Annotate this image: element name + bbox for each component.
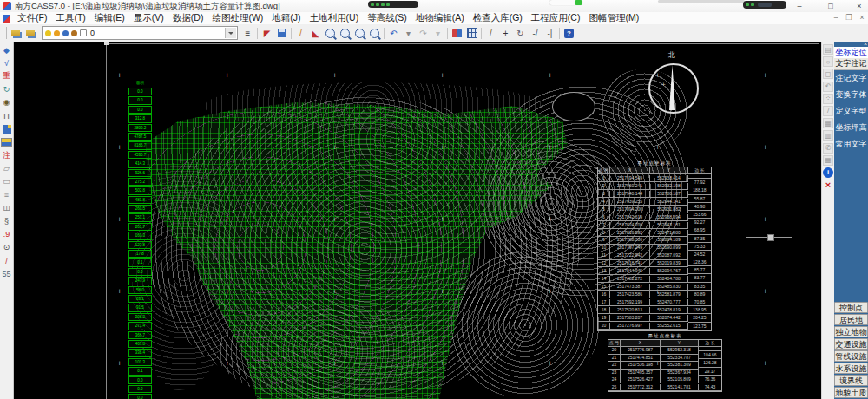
screen-menu-item-2[interactable]: 定义字型 xyxy=(834,103,868,120)
calculator-grid-icon[interactable] xyxy=(464,27,479,40)
category-button-2[interactable]: 独立地物 xyxy=(834,326,868,337)
screen-menu-item-0[interactable]: 注记文字 xyxy=(834,70,868,87)
rotate-icon[interactable]: ↻ xyxy=(513,27,528,40)
pencil-icon[interactable]: / xyxy=(293,27,308,40)
undo-tool-icon[interactable]: ↶ xyxy=(823,82,833,92)
drawing-canvas[interactable]: +++++++++++++++++++++++++++++++++++ 面积 0… xyxy=(14,42,821,399)
category-button-0[interactable]: 控制点 xyxy=(834,302,868,313)
point-9-icon[interactable]: .9 xyxy=(1,228,13,241)
phone-tool-icon[interactable]: ✆ xyxy=(823,143,833,154)
move-icon[interactable]: + xyxy=(498,27,513,40)
dots-tool-icon[interactable]: ⁘ xyxy=(823,94,833,104)
layer-stack-icon[interactable] xyxy=(24,27,39,40)
snap-cross-icon[interactable]: -| xyxy=(542,27,557,40)
menu-item-11[interactable]: 工程应用(C) xyxy=(527,12,585,24)
survey-tools-icon[interactable] xyxy=(450,27,464,40)
window-minimize-button[interactable]: – xyxy=(793,2,806,10)
menu-item-1[interactable]: 工具(T) xyxy=(51,12,89,24)
camera-icon[interactable]: ◉ xyxy=(1,96,13,109)
badge-icon[interactable] xyxy=(1,122,13,135)
save-icon[interactable] xyxy=(274,27,289,40)
menu-item-2[interactable]: 编辑(E) xyxy=(90,12,129,24)
polygon-icon[interactable]: ▱ xyxy=(1,162,13,175)
panel-close-icon[interactable]: × xyxy=(864,42,867,47)
mdi-minimize-button[interactable]: – xyxy=(832,13,840,22)
mdi-close-button[interactable]: × xyxy=(858,13,866,22)
zoom-window-tool-icon[interactable]: ◻ xyxy=(823,69,833,79)
slash-icon[interactable]: / xyxy=(1,254,13,267)
undo-icon[interactable]: ↶ xyxy=(386,27,401,40)
redo-icon[interactable]: ↷ xyxy=(416,27,431,40)
edit-check-icon[interactable]: √ xyxy=(1,56,13,69)
menu-item-6[interactable]: 地籍(J) xyxy=(267,12,305,24)
screen-menu-item-3[interactable]: 坐标坪高 xyxy=(834,120,868,136)
layers-tool-icon[interactable]: ▥ xyxy=(823,130,833,141)
category-button-3[interactable]: 交通设施 xyxy=(834,338,868,350)
zoom-in-icon[interactable] xyxy=(352,27,367,40)
window-close-button[interactable]: × xyxy=(853,2,865,10)
info-icon[interactable]: i xyxy=(823,167,833,178)
table-lines-icon[interactable]: ≡ xyxy=(1,188,13,201)
category-button-5[interactable]: 水系设施 xyxy=(834,363,868,374)
zoom-dynamic-icon[interactable] xyxy=(338,27,352,40)
area-cell: 502.8 xyxy=(128,186,152,194)
screen-menu-item-1[interactable]: 变换字体 xyxy=(834,87,868,103)
category-button-1[interactable]: 居民地 xyxy=(834,314,868,325)
zoom-window-icon[interactable] xyxy=(323,27,338,40)
refresh-icon[interactable]: ↻ xyxy=(1,83,13,96)
category-button-7[interactable]: 地貌土质 xyxy=(834,387,868,398)
zhu-annotate-icon[interactable]: 注 xyxy=(1,149,13,162)
mini-slider-handle[interactable] xyxy=(767,234,774,241)
menu-item-9[interactable]: 地物编辑(A) xyxy=(411,12,469,24)
mdi-restore-button[interactable]: ❐ xyxy=(845,13,853,22)
menu-item-5[interactable]: 绘图处理(W) xyxy=(207,12,267,24)
menu-item-12[interactable]: 图幅管理(M) xyxy=(584,12,643,24)
gem-icon[interactable]: ◆ xyxy=(1,43,13,56)
category-button-4[interactable]: 管线设施 xyxy=(834,350,868,362)
screen-menu-link-coordinate[interactable]: 坐标定位 xyxy=(834,47,868,58)
ss-icon[interactable]: 55 xyxy=(1,267,13,280)
layer-manager-icon[interactable] xyxy=(10,27,24,40)
double-a-icon[interactable]: Π xyxy=(1,109,13,122)
rectangle-icon[interactable]: ▭ xyxy=(1,175,13,188)
area-cell: 0.0 xyxy=(128,96,152,104)
grid-cross: + xyxy=(332,216,337,224)
coord-cell: 2517583.207 xyxy=(610,315,650,322)
palette-tool-icon[interactable]: ▦ xyxy=(823,118,833,128)
screen-menu-header[interactable]: 文字注记 xyxy=(834,58,868,70)
pan-tool-icon[interactable]: ▤ xyxy=(823,44,833,55)
toolbar-grip[interactable] xyxy=(3,27,7,39)
screen-menu-item-4[interactable]: 常用文字 xyxy=(834,136,868,153)
pencil-tool-icon[interactable]: / xyxy=(823,106,833,116)
redo-dropdown-icon[interactable]: ▾ xyxy=(431,27,445,40)
zoom-tool-icon[interactable]: ○ xyxy=(823,56,833,67)
menu-item-10[interactable]: 检查入库(G) xyxy=(469,12,527,24)
undo-dropdown-icon[interactable]: ▾ xyxy=(401,27,416,40)
menu-item-0[interactable]: 文件(F) xyxy=(13,12,51,24)
zoom-previous-icon[interactable] xyxy=(367,27,382,40)
menu-item-3[interactable]: 显示(V) xyxy=(129,12,168,24)
delete-icon[interactable]: × xyxy=(823,180,833,190)
draft-pencil-icon[interactable]: / xyxy=(483,27,498,40)
circle-dot-icon[interactable]: ⊙ xyxy=(1,241,13,254)
section-icon[interactable]: § xyxy=(1,214,13,227)
help-icon[interactable]: ? xyxy=(562,27,576,40)
layer-plot-icon xyxy=(71,30,77,36)
zhong-tool-icon[interactable]: 重 xyxy=(1,69,13,82)
category-button-6[interactable]: 境界线 xyxy=(834,375,868,386)
menu-item-4[interactable]: 数据(D) xyxy=(168,12,208,24)
linetype-icon[interactable]: ≡ xyxy=(240,27,255,40)
comb-icon[interactable]: Ш xyxy=(1,201,13,214)
red-brush-icon[interactable]: ◣ xyxy=(308,27,323,40)
coord-cell: 552094.767 xyxy=(650,268,688,275)
window-maximize-button[interactable]: □ xyxy=(825,2,837,10)
grid-tool-icon[interactable]: ▦ xyxy=(823,155,833,166)
grid-cross: + xyxy=(225,144,229,152)
menu-item-7[interactable]: 土地利用(U) xyxy=(306,12,364,24)
menu-item-8[interactable]: 等高线(S) xyxy=(363,12,411,24)
ruler-icon[interactable] xyxy=(1,135,13,148)
snap-line-icon[interactable]: -/ xyxy=(528,27,542,40)
combo-dropdown-arrow-icon[interactable] xyxy=(225,28,236,38)
layer-combo-box[interactable]: 0 xyxy=(42,26,238,40)
style-brush-icon[interactable]: ◤ xyxy=(260,27,274,40)
